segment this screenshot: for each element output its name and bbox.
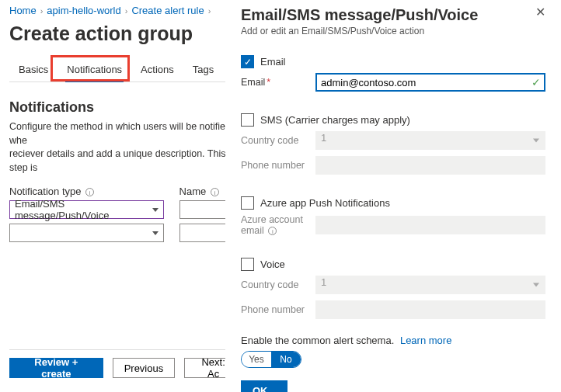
push-checkbox[interactable] <box>241 196 254 210</box>
email-field-label: Email* <box>241 77 311 88</box>
sms-phone-label: Phone number <box>241 160 311 171</box>
chevron-down-icon <box>152 231 159 235</box>
schema-row: Enable the common alert schema. Learn mo… <box>241 335 545 368</box>
method-sms: SMS (Carrier charges may apply) Country … <box>241 113 545 175</box>
section-description: Configure the method in which users will… <box>9 120 241 175</box>
breadcrumb-home[interactable]: Home <box>9 5 37 16</box>
close-icon[interactable]: ✕ <box>535 6 545 19</box>
tab-tags[interactable]: Tags <box>183 59 223 82</box>
schema-toggle-yes[interactable]: Yes <box>242 352 271 367</box>
review-create-button[interactable]: Review + create <box>9 358 103 378</box>
panel-title: Email/SMS message/Push/Voice <box>241 6 478 24</box>
voice-country-label: Country code <box>241 279 311 290</box>
info-icon[interactable]: i <box>85 188 94 196</box>
footer-bar: Review + create Previous Next: Ac <box>9 349 242 378</box>
chevron-right-icon: › <box>125 6 128 16</box>
side-panel: Email/SMS message/Push/Voice Add or edit… <box>225 0 561 392</box>
schema-toggle[interactable]: Yes No <box>241 351 301 368</box>
page-title: Create action group <box>9 23 241 45</box>
check-icon: ✓ <box>531 76 541 88</box>
voice-checkbox[interactable] <box>241 258 254 271</box>
voice-phone-label: Phone number <box>241 304 311 315</box>
push-email-label: Azure account email i <box>241 214 311 236</box>
chevron-down-icon <box>533 139 539 143</box>
voice-country-select[interactable]: 1 <box>315 276 545 294</box>
chevron-right-icon: › <box>208 6 211 16</box>
push-email-input[interactable] <box>315 216 545 234</box>
chevron-right-icon: › <box>40 6 44 16</box>
voice-checkbox-label: Voice <box>260 258 285 270</box>
tab-actions[interactable]: Actions <box>131 59 183 82</box>
schema-text: Enable the common alert schema. <box>241 335 394 346</box>
breadcrumb-rule[interactable]: Create alert rule <box>131 5 204 16</box>
tab-notifications[interactable]: Notifications <box>57 59 131 82</box>
sms-phone-input[interactable] <box>315 156 545 175</box>
section-title: Notifications <box>9 99 241 116</box>
tabs: Basics Notifications Actions Tags Revie <box>9 59 241 82</box>
grid-header: Notification type i Name i <box>9 186 241 197</box>
notification-type-select[interactable]: Email/SMS message/Push/Voice <box>9 200 164 219</box>
column-header-type: Notification type <box>9 186 82 197</box>
method-email: Email Email* ✓ <box>241 55 545 92</box>
notification-type-select[interactable] <box>9 224 164 242</box>
schema-toggle-no[interactable]: No <box>271 352 301 367</box>
sms-country-select[interactable]: 1 <box>315 131 545 150</box>
email-checkbox[interactable] <box>241 55 254 68</box>
breadcrumb-resource[interactable]: apim-hello-world <box>47 5 120 16</box>
table-row: Email/SMS message/Push/Voice <box>9 200 241 219</box>
info-icon[interactable]: i <box>268 227 277 235</box>
voice-phone-input[interactable] <box>315 300 545 319</box>
previous-button[interactable]: Previous <box>113 358 176 378</box>
sms-checkbox[interactable] <box>241 113 254 127</box>
panel-subtitle: Add or edit an Email/SMS/Push/Voice acti… <box>241 26 478 36</box>
email-field[interactable] <box>315 73 545 92</box>
info-icon[interactable]: i <box>211 188 219 196</box>
tab-basics[interactable]: Basics <box>9 59 57 82</box>
chevron-down-icon <box>533 283 539 287</box>
column-header-name: Name <box>179 186 207 197</box>
chevron-down-icon <box>152 208 159 212</box>
breadcrumb: Home › apim-hello-world › Create alert r… <box>9 5 241 16</box>
push-checkbox-label: Azure app Push Notifications <box>260 197 390 209</box>
email-checkbox-label: Email <box>260 56 286 68</box>
method-push: Azure app Push Notifications Azure accou… <box>241 196 545 236</box>
method-voice: Voice Country code 1 Phone number <box>241 258 545 319</box>
ok-button[interactable]: OK <box>241 380 287 392</box>
main-page: Home › apim-hello-world › Create alert r… <box>0 0 241 242</box>
learn-more-link[interactable]: Learn more <box>400 335 451 346</box>
sms-checkbox-label: SMS (Carrier charges may apply) <box>260 114 410 126</box>
table-row <box>9 224 241 242</box>
sms-country-label: Country code <box>241 135 311 146</box>
